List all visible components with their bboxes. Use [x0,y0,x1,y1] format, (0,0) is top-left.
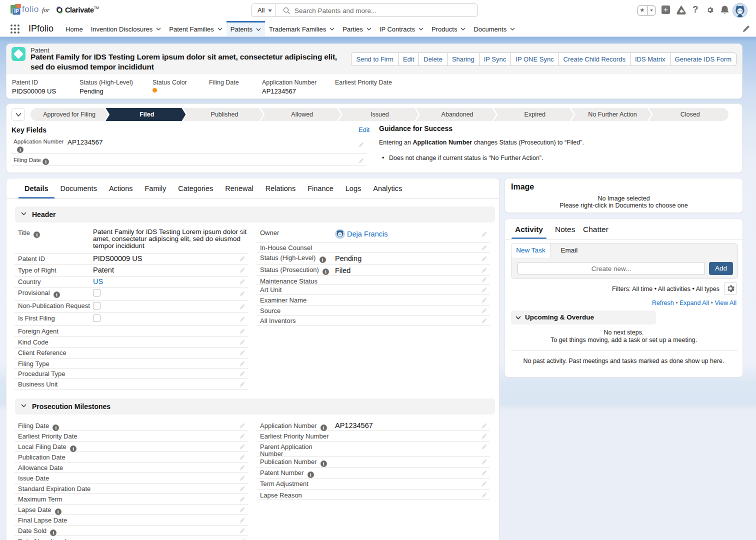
svg-text:Published: Published [211,111,238,118]
svg-text:Expired: Expired [524,111,546,118]
svg-text:Closed: Closed [680,111,700,118]
svg-text:Approved for Filing: Approved for Filing [43,111,96,118]
svg-text:Abandoned: Abandoned [442,111,474,118]
svg-text:Allowed: Allowed [291,111,313,118]
svg-text:Filed: Filed [140,111,154,118]
svg-text:No Further Action: No Further Action [588,111,636,118]
svg-text:Issued: Issued [370,111,389,118]
